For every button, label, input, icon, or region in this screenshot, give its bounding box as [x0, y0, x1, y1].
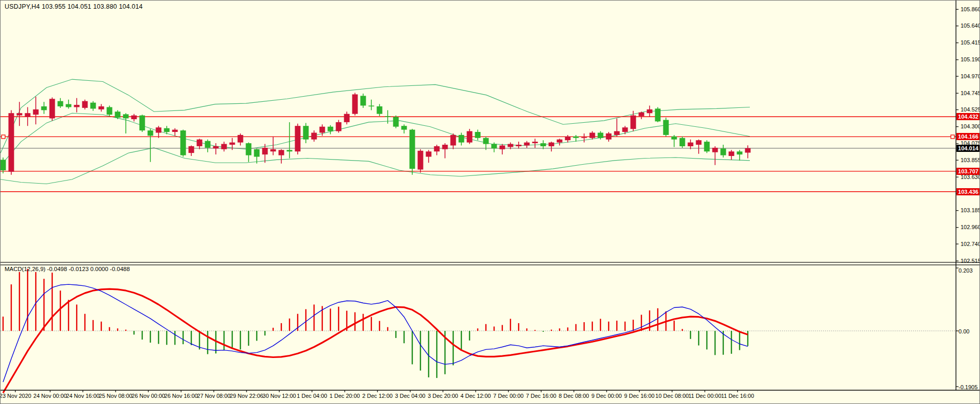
candle-body — [573, 137, 579, 138]
time-tick-label: 4 Dec 12:00 — [460, 393, 491, 399]
price-tick-label: 102.740 — [961, 241, 980, 247]
candle-body — [688, 143, 694, 146]
candle-body — [320, 127, 325, 133]
candle-body — [246, 143, 252, 155]
candle-body — [287, 150, 293, 151]
candle-body — [131, 116, 137, 119]
candle-body — [262, 148, 268, 154]
candle-body — [557, 140, 563, 143]
candle-body — [271, 149, 276, 151]
candle-body — [344, 114, 350, 122]
candle-body — [582, 137, 587, 138]
macd-tick-label: 0.203 — [959, 267, 973, 274]
time-tick-label: 25 Nov 08:00 — [99, 393, 132, 399]
candle-body — [508, 144, 514, 147]
candle-body — [41, 106, 47, 110]
time-tick-label: 1 Dec 20:00 — [329, 393, 360, 399]
candle-body — [1, 160, 6, 170]
time-tick-label: 26 Nov 00:00 — [131, 393, 165, 399]
candle-body — [148, 130, 153, 136]
candle-body — [655, 108, 661, 121]
candle-body — [91, 103, 96, 109]
chart-window: USDJPY,H4 103.955 104.051 103.880 104.01… — [0, 0, 980, 404]
price-tick-label: 104.525 — [961, 106, 980, 113]
candle-body — [82, 101, 88, 108]
candle-body — [213, 146, 219, 148]
price-tick-label: 105.860 — [961, 6, 980, 12]
candle-body — [434, 146, 440, 151]
time-tick-label: 7 Dec 16:00 — [526, 393, 556, 399]
candle-body — [737, 151, 743, 154]
candle-body — [541, 143, 546, 146]
time-tick-label: 3 Dec 04:00 — [395, 393, 425, 399]
price-tick-label: 103.185 — [961, 207, 980, 213]
candle-body — [230, 143, 235, 145]
candle-body — [50, 99, 55, 118]
candle-body — [614, 131, 620, 135]
candle-body — [451, 135, 456, 146]
candle-body — [205, 141, 211, 148]
candle-body — [672, 137, 677, 140]
price-tick-label: 103.855 — [961, 157, 980, 163]
time-tick-label: 27 Nov 08:00 — [197, 393, 230, 399]
candle-body — [704, 142, 710, 151]
level-price-badge: 104.166 — [956, 133, 980, 140]
candle-body — [696, 140, 702, 145]
time-tick-label: 1 Dec 04:00 — [297, 393, 327, 399]
candle-body — [524, 143, 530, 146]
time-tick-label: 11 Dec 00:00 — [688, 393, 722, 399]
candle-body — [565, 137, 571, 140]
candle-body — [123, 114, 129, 118]
candle-body — [336, 122, 342, 131]
time-tick-label: 8 Dec 08:00 — [559, 393, 589, 399]
candle-body — [500, 146, 505, 149]
level-price-badge: 104.432 — [956, 113, 980, 120]
level-price-badge: 103.707 — [956, 168, 980, 175]
candle-body — [352, 95, 358, 114]
candle-body — [328, 127, 333, 131]
time-tick-label: 26 Nov 16:00 — [164, 393, 197, 399]
price-tick-label: 104.745 — [961, 90, 980, 96]
candle-body — [393, 117, 399, 127]
price-tick-label: 102.515 — [961, 258, 980, 264]
candle-body — [606, 133, 612, 140]
current-price-badge: 104.014 — [956, 145, 980, 152]
price-tick-label: 102.960 — [961, 224, 980, 230]
candle-body — [25, 113, 31, 117]
chart-canvas[interactable] — [1, 1, 980, 404]
macd-tick-label: 0.00 — [959, 328, 969, 334]
candle-body — [647, 109, 653, 113]
candle-body — [189, 146, 194, 153]
candle-body — [238, 135, 243, 143]
level-drag-handle[interactable] — [951, 135, 954, 139]
candle-body — [385, 116, 391, 117]
time-tick-label: 11 Dec 16:00 — [721, 393, 754, 399]
price-tick-label: 105.640 — [961, 23, 980, 29]
candle-body — [9, 113, 14, 172]
price-tick-label: 104.300 — [961, 123, 980, 129]
candle-body — [33, 109, 39, 115]
candle-body — [663, 120, 669, 135]
candle-body — [311, 133, 317, 140]
level-price-badge: 103.436 — [956, 188, 980, 195]
candle-body — [115, 111, 121, 118]
price-tick-label: 105.415 — [961, 39, 980, 46]
candle-body — [532, 142, 538, 143]
candle-body — [590, 133, 595, 138]
candle-body — [279, 150, 284, 155]
time-tick-label: 7 Dec 00:00 — [493, 393, 523, 399]
candle-body — [164, 128, 170, 132]
candle-body — [712, 148, 718, 152]
level-drag-handle[interactable] — [2, 135, 5, 139]
candle-body — [140, 116, 145, 130]
candle-body — [181, 130, 186, 155]
candle-body — [197, 140, 203, 146]
macd-indicator-label: MACD(12,26,9) -0.0498 -0.0123 0.0000 -0.… — [5, 266, 130, 272]
candle-body — [369, 106, 374, 107]
candle-body — [172, 130, 178, 132]
candle-body — [74, 105, 80, 107]
candle-body — [426, 151, 432, 156]
price-tick-label: 104.970 — [961, 73, 980, 79]
candle-body — [680, 138, 685, 146]
chart-background — [1, 1, 980, 404]
